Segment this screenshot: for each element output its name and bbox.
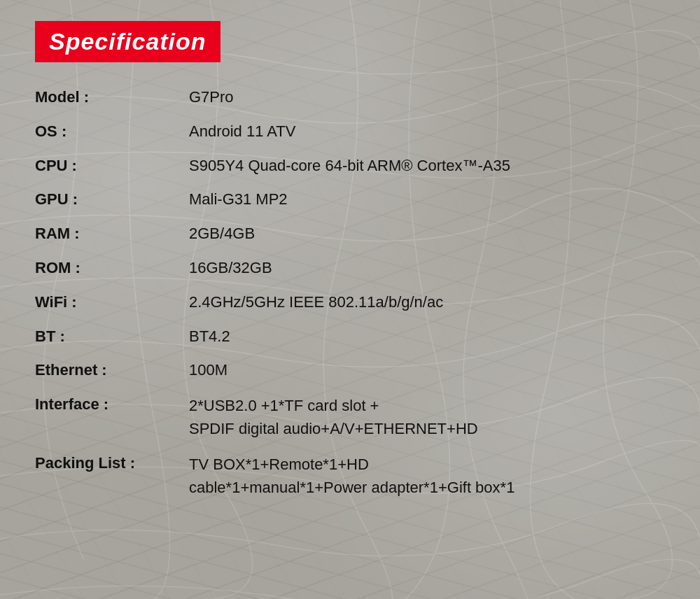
spec-value-rom: 16GB/32GB — [189, 258, 665, 279]
spec-row-bt: BT : BT4.2 — [35, 326, 665, 348]
spec-label-model: Model : — [35, 87, 189, 108]
specification-badge: Specification — [35, 21, 220, 62]
spec-label-ethernet: Ethernet : — [35, 360, 189, 381]
spec-value-cpu: S905Y4 Quad-core 64-bit ARM® Cortex™-A35 — [189, 155, 665, 177]
spec-row-rom: ROM : 16GB/32GB — [35, 258, 665, 279]
packing-line-2: cable*1+manual*1+Power adapter*1+Gift bo… — [189, 476, 665, 499]
spec-row-packing: Packing List : TV BOX*1+Remote*1+HD cabl… — [35, 453, 665, 499]
spec-label-packing: Packing List : — [35, 453, 189, 474]
spec-value-wifi: 2.4GHz/5GHz IEEE 802.11a/b/g/n/ac — [189, 292, 665, 313]
spec-value-os: Android 11 ATV — [189, 121, 665, 143]
spec-value-interface: 2*USB2.0 +1*TF card slot + SPDIF digital… — [189, 394, 665, 440]
spec-row-cpu: CPU : S905Y4 Quad-core 64-bit ARM® Corte… — [35, 155, 665, 177]
spec-label-wifi: WiFi : — [35, 292, 189, 313]
spec-label-rom: ROM : — [35, 258, 189, 279]
spec-label-gpu: GPU : — [35, 189, 189, 211]
spec-label-cpu: CPU : — [35, 155, 189, 177]
spec-value-gpu: Mali-G31 MP2 — [189, 189, 665, 211]
spec-row-ethernet: Ethernet : 100M — [35, 360, 665, 381]
spec-table: Model : G7Pro OS : Android 11 ATV CPU : … — [35, 87, 665, 499]
spec-row-ram: RAM : 2GB/4GB — [35, 223, 665, 245]
spec-row-gpu: GPU : Mali-G31 MP2 — [35, 189, 665, 211]
spec-row-wifi: WiFi : 2.4GHz/5GHz IEEE 802.11a/b/g/n/ac — [35, 292, 665, 313]
spec-value-ethernet: 100M — [189, 360, 665, 381]
specification-title: Specification — [49, 28, 206, 55]
interface-line-2: SPDIF digital audio+A/V+ETHERNET+HD — [189, 417, 665, 440]
spec-label-bt: BT : — [35, 326, 189, 348]
spec-label-ram: RAM : — [35, 223, 189, 245]
spec-value-model: G7Pro — [189, 87, 665, 108]
spec-label-os: OS : — [35, 121, 189, 143]
spec-value-bt: BT4.2 — [189, 326, 665, 348]
spec-label-interface: Interface : — [35, 394, 189, 416]
packing-line-1: TV BOX*1+Remote*1+HD — [189, 453, 665, 476]
spec-row-os: OS : Android 11 ATV — [35, 121, 665, 143]
interface-line-1: 2*USB2.0 +1*TF card slot + — [189, 394, 665, 417]
spec-row-model: Model : G7Pro — [35, 87, 665, 108]
spec-value-ram: 2GB/4GB — [189, 223, 665, 245]
spec-value-packing: TV BOX*1+Remote*1+HD cable*1+manual*1+Po… — [189, 453, 665, 499]
spec-row-interface: Interface : 2*USB2.0 +1*TF card slot + S… — [35, 394, 665, 440]
